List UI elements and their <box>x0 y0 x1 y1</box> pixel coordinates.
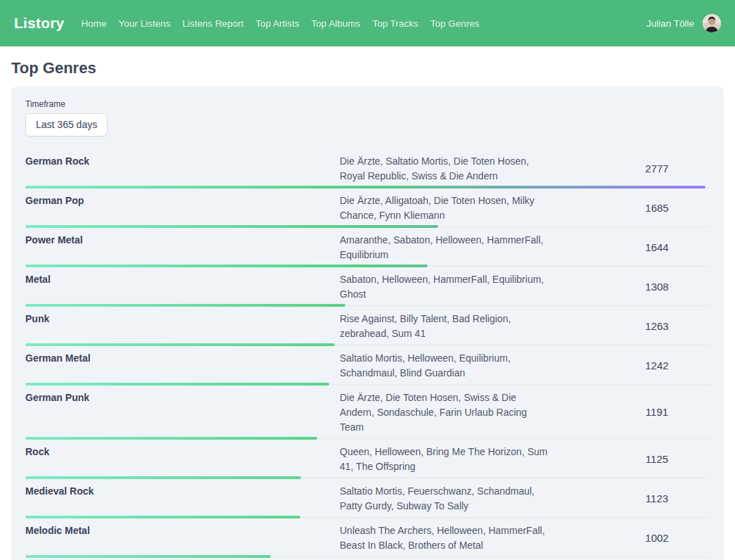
genre-name: Punk <box>25 310 340 341</box>
nav-link-listens-report[interactable]: Listens Report <box>182 18 243 29</box>
nav-link-top-artists[interactable]: Top Artists <box>255 18 299 29</box>
nav-link-top-albums[interactable]: Top Albums <box>312 18 361 29</box>
genre-artists: Rise Against, Billy Talent, Bad Religion… <box>340 310 551 341</box>
page-title: Top Genres <box>11 59 724 77</box>
nav-link-your-listens[interactable]: Your Listens <box>118 18 170 29</box>
genre-artists: Saltatio Mortis, Feuerschwanz, Schandmau… <box>340 483 551 514</box>
timeframe-label: Timeframe <box>25 99 710 109</box>
genre-row: German Metal Saltatio Mortis, Helloween,… <box>25 345 710 385</box>
genre-artists: Unleash The Archers, Helloween, HammerFa… <box>340 522 551 553</box>
app-logo[interactable]: Listory <box>14 15 64 32</box>
avatar-photo-icon <box>703 14 721 32</box>
genre-name: Medieval Rock <box>25 483 340 514</box>
genre-name: German Pop <box>25 192 340 223</box>
genre-row: German Punk Die Ärzte, Die Toten Hosen, … <box>25 385 710 439</box>
genre-artists: Die Ärzte, Alligatoah, Die Toten Hosen, … <box>340 192 551 223</box>
genre-count: 1191 <box>604 406 710 418</box>
genre-artists: Sabaton, Helloween, HammerFall, Equilibr… <box>340 271 551 302</box>
genre-count: 1123 <box>604 492 710 504</box>
main-content: Top Genres Timeframe Last 365 days Germa… <box>0 46 735 560</box>
genre-count: 1002 <box>604 532 710 544</box>
timeframe-select[interactable]: Last 365 days <box>25 113 108 136</box>
genre-name: German Punk <box>25 389 340 435</box>
genre-row: German Indie Bukahara, Käptn Peng, KYTES… <box>25 557 710 560</box>
genre-row: Punk Rise Against, Billy Talent, Bad Rel… <box>25 306 710 345</box>
genre-row: German Rock Die Ärzte, Saltatio Mortis, … <box>25 148 710 188</box>
genre-count: 1685 <box>604 202 710 214</box>
genre-count: 1242 <box>604 359 710 371</box>
genre-artists: Amaranthe, Sabaton, Helloween, HammerFal… <box>340 231 551 262</box>
genre-name: Power Metal <box>25 231 340 262</box>
genre-row: German Pop Die Ärzte, Alligatoah, Die To… <box>25 188 710 227</box>
genre-artists: Die Ärzte, Saltatio Mortis, Die Toten Ho… <box>340 153 551 184</box>
genre-name: German Metal <box>25 350 340 381</box>
genre-name: German Rock <box>25 153 340 184</box>
genre-name: Melodic Metal <box>25 522 340 553</box>
genre-artists: Die Ärzte, Die Toten Hosen, Swiss & Die … <box>340 389 551 435</box>
genre-artists: Saltatio Mortis, Helloween, Equilibrium,… <box>340 350 551 381</box>
nav-link-top-genres[interactable]: Top Genres <box>430 18 480 29</box>
genre-name: Rock <box>25 443 340 474</box>
genre-row: Power Metal Amaranthe, Sabaton, Hellowee… <box>25 227 710 267</box>
genre-row: Medieval Rock Saltatio Mortis, Feuerschw… <box>25 478 710 518</box>
genre-row: Rock Queen, Helloween, Bring Me The Hori… <box>25 439 710 478</box>
nav-link-home[interactable]: Home <box>81 18 106 29</box>
user-menu[interactable]: Julian Tölle <box>646 14 721 32</box>
username-label: Julian Tölle <box>646 18 694 29</box>
genre-name: Metal <box>25 271 340 302</box>
genre-count: 1263 <box>604 320 710 332</box>
navbar: Listory Home Your Listens Listens Report… <box>0 0 735 46</box>
top-genres-card: Timeframe Last 365 days German Rock Die … <box>11 87 724 560</box>
user-avatar[interactable] <box>703 14 721 32</box>
nav-link-top-tracks[interactable]: Top Tracks <box>372 18 418 29</box>
genre-row: Metal Sabaton, Helloween, HammerFall, Eq… <box>25 267 710 306</box>
timeframe-filter: Timeframe Last 365 days <box>25 99 710 136</box>
genre-count: 1125 <box>604 453 710 465</box>
genre-count: 1644 <box>604 241 710 253</box>
genre-artists: Queen, Helloween, Bring Me The Horizon, … <box>340 443 551 474</box>
genre-count: 2777 <box>604 163 710 174</box>
nav-links: Home Your Listens Listens Report Top Art… <box>81 18 479 29</box>
genre-count: 1308 <box>604 281 710 293</box>
genre-table: German Rock Die Ärzte, Saltatio Mortis, … <box>25 148 710 560</box>
genre-row: Melodic Metal Unleash The Archers, Hello… <box>25 518 710 557</box>
